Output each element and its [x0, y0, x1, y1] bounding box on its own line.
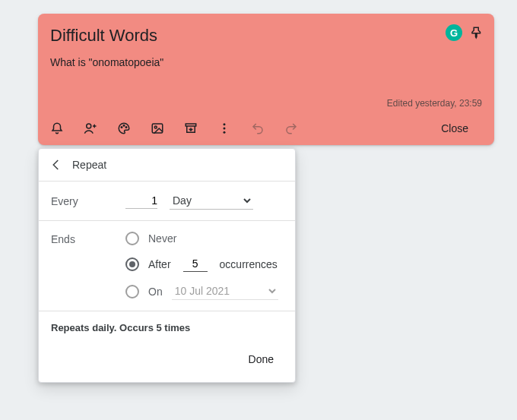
popover-title: Repeat [72, 159, 106, 171]
back-arrow-icon[interactable] [49, 158, 63, 172]
radio-icon[interactable] [125, 232, 139, 245]
palette-icon[interactable] [117, 122, 131, 135]
note-title[interactable]: Difficult Words [50, 26, 482, 46]
ends-never-label: Never [148, 232, 176, 245]
svg-point-0 [87, 124, 91, 128]
collaborator-icon[interactable] [84, 122, 97, 135]
remind-me-icon[interactable] [50, 122, 64, 135]
ends-on-option[interactable]: On 10 Jul 2021 [125, 283, 284, 300]
grammarly-badge-icon[interactable]: G [446, 24, 462, 41]
svg-rect-4 [152, 124, 163, 133]
close-button[interactable]: Close [427, 116, 482, 141]
ends-after-option[interactable]: After occurrences [125, 256, 284, 272]
ends-never-option[interactable]: Never [125, 232, 284, 245]
after-suffix: occurrences [220, 258, 278, 270]
svg-point-9 [224, 131, 226, 134]
redo-icon[interactable] [284, 122, 298, 135]
ends-on-date-select[interactable]: 10 Jul 2021 [172, 283, 278, 300]
ends-row: Ends Never After occurrences On 10 Jul 2… [39, 221, 295, 311]
svg-point-2 [123, 125, 125, 127]
on-prefix: On [148, 286, 163, 298]
ends-label: Ends [51, 227, 125, 300]
svg-point-5 [154, 126, 157, 128]
repeat-popover: Repeat Every Day Ends Never After occurr… [38, 148, 296, 383]
edited-timestamp: Edited yesterday, 23:59 [387, 98, 482, 109]
every-label: Every [51, 195, 125, 207]
note-card: G Difficult Words What is "onomatopoeia"… [38, 14, 494, 145]
pin-icon[interactable] [470, 26, 484, 39]
svg-point-7 [224, 123, 226, 125]
note-toolbar: Close [38, 112, 494, 145]
radio-icon[interactable] [125, 285, 139, 298]
archive-icon[interactable] [184, 122, 198, 135]
image-icon[interactable] [151, 122, 164, 135]
every-value-input[interactable] [125, 193, 157, 209]
after-prefix: After [148, 258, 171, 270]
note-body[interactable]: What is "onomatopoeia" [50, 56, 482, 68]
occurrences-input[interactable] [183, 256, 208, 272]
svg-point-1 [121, 127, 122, 128]
repeat-summary: Repeats daily. Occurs 5 times [39, 311, 295, 339]
done-button[interactable]: Done [239, 347, 283, 371]
radio-icon[interactable] [125, 257, 139, 271]
more-icon[interactable] [217, 122, 231, 135]
undo-icon[interactable] [251, 122, 265, 135]
every-unit-select[interactable]: Day [170, 192, 253, 210]
svg-point-8 [224, 128, 226, 130]
svg-point-3 [125, 127, 127, 128]
svg-rect-6 [186, 124, 196, 126]
every-row: Every Day [39, 182, 295, 221]
